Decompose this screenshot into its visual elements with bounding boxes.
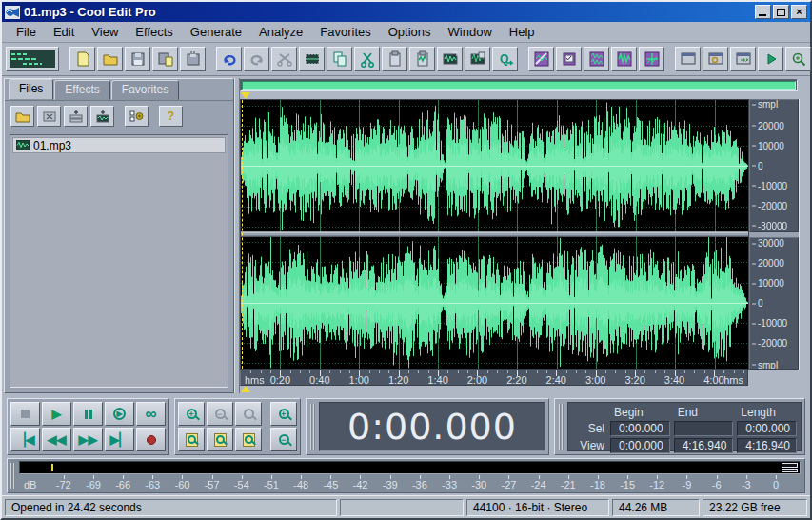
level-meter-bar[interactable] [19,461,801,474]
menu-options[interactable]: Options [380,23,440,41]
selection-view-grip[interactable] [559,404,564,450]
level-meter-panel[interactable]: dB -72-69-66-63-60-57-54-51-48-45-42-39-… [7,458,805,493]
controls-row: ▕◀ ▶ ◀◀ ▶▶ ▶ ▶▏ ∞ + − + − [2,395,810,458]
menu-generate[interactable]: Generate [182,23,250,41]
view-length-field[interactable]: 4:16.940 [737,438,797,453]
save-as-button[interactable] [152,47,178,71]
panel-open-file-button[interactable] [10,106,34,127]
file-list-item[interactable]: 01.mp3 [12,137,226,153]
panel-insert-cd-button[interactable] [90,106,114,127]
fast-forward-button[interactable]: ▶▶ [73,428,103,451]
playhead-marker-bottom-icon[interactable] [241,386,250,392]
title-bar[interactable]: 01.mp3 - Cool Edit Pro × [2,2,810,22]
open-file-button[interactable] [97,47,123,71]
waveform-display[interactable] [240,99,749,370]
time-display[interactable]: 0:00.000 [319,402,545,451]
menu-view[interactable]: View [83,23,127,41]
file-info-button[interactable] [730,47,756,71]
zoom-out-vertical-button[interactable]: − [270,428,297,451]
stop-button[interactable] [10,402,40,426]
bottom-marker-strip[interactable] [240,386,798,393]
play-list-button[interactable] [703,47,728,71]
timeline-tick [309,370,310,373]
amplitude-ruler[interactable]: smpl20000100000-10000-20000-30000 300002… [749,99,799,370]
play-button[interactable]: ▶ [42,402,71,426]
zoom-in-vertical-button[interactable]: + [270,402,297,426]
panel-options-button[interactable] [125,106,149,127]
tab-favorites[interactable]: Favorites [111,80,179,100]
app-icon[interactable] [5,6,20,19]
effect-wave-button-2[interactable] [611,47,637,71]
cut-button[interactable] [354,47,380,71]
sel-length-field[interactable]: 0:00.000 [737,421,797,436]
time-display-grip[interactable] [310,404,315,450]
save-selection-button[interactable] [180,47,206,71]
menu-edit[interactable]: Edit [45,23,83,41]
zoom-in-button[interactable]: + [178,402,205,426]
timeline-tick [526,370,527,373]
edit-envelope-button[interactable] [528,47,554,71]
effect-wave-button-3[interactable] [639,47,664,71]
menu-effects[interactable]: Effects [127,23,182,41]
zoom-out-button[interactable]: − [207,402,233,426]
overview-scrollbar[interactable] [240,79,798,91]
record-button[interactable] [136,428,166,451]
zoom-to-left-edge-button[interactable] [207,428,233,451]
panel-insert-multitrack-button[interactable] [64,106,88,127]
tab-files[interactable]: Files [9,79,53,100]
pause-button[interactable] [73,402,103,426]
loop-button[interactable]: ∞ [136,402,166,426]
play-window-button[interactable] [758,47,783,71]
effect-wave-button-1[interactable] [584,47,609,71]
view-begin-field[interactable]: 0:00.000 [610,438,670,453]
panel-close-file-button[interactable] [37,106,61,127]
zoom-full-button[interactable] [235,402,262,426]
file-list[interactable]: 01.mp3 [10,134,228,388]
zoom-to-right-edge-button[interactable] [235,428,262,451]
menu-analyze[interactable]: Analyze [250,23,311,41]
play-looped-button[interactable]: ▶ [105,402,134,426]
timeline-ruler[interactable]: 0:200:401:001:201:402:002:202:403:003:20… [240,370,748,386]
panel-help-button[interactable]: ? [159,106,183,127]
overview-range[interactable] [242,81,796,90]
playhead-cursor[interactable] [242,100,243,369]
new-file-button[interactable] [69,47,95,71]
zoom-to-selection-button[interactable] [178,428,205,451]
rewind-button[interactable]: ◀◀ [42,428,71,451]
multitrack-view-button[interactable] [6,47,59,71]
cue-list-button[interactable] [675,47,701,71]
tab-effects[interactable]: Effects [54,80,109,100]
menu-file[interactable]: File [8,23,45,41]
menu-favorites[interactable]: Favorites [311,23,379,41]
select-entire-wave-button[interactable] [299,47,325,71]
sel-begin-field[interactable]: 0:00.000 [610,421,670,436]
mix-paste-button[interactable] [437,47,463,71]
playhead-marker-top-icon[interactable] [241,92,250,99]
maximize-button[interactable] [773,5,789,19]
meter-db-label: -66 [115,479,130,490]
redo-button[interactable] [244,47,269,71]
close-button[interactable]: × [791,5,807,19]
copy-button[interactable] [327,47,352,71]
effect-dialog-button[interactable] [556,47,582,71]
rewind-icon: ◀◀ [48,433,67,446]
delete-selection-button[interactable] [271,47,297,71]
view-end-field[interactable]: 4:16.940 [674,438,734,453]
top-marker-strip[interactable] [240,91,798,99]
save-button[interactable] [125,47,150,71]
go-to-end-button[interactable]: ▶▏ [105,428,134,451]
menu-window[interactable]: Window [440,23,501,41]
convert-sample-type-button[interactable] [465,47,490,71]
menu-help[interactable]: Help [501,23,544,41]
adjust-sample-rate-button[interactable]: Q [492,47,518,71]
go-to-beginning-button[interactable]: ▕◀ [10,428,40,451]
paste-button[interactable] [382,47,407,71]
sel-end-field[interactable] [674,421,734,436]
peak-indicator-boxes[interactable] [782,463,798,472]
channel-divider[interactable] [241,232,748,237]
zoom-window-button[interactable] [785,47,811,71]
undo-button[interactable] [216,47,242,71]
level-meter-grip[interactable] [10,463,15,489]
paste-to-new-button[interactable] [409,47,435,71]
minimize-button[interactable] [755,5,771,19]
